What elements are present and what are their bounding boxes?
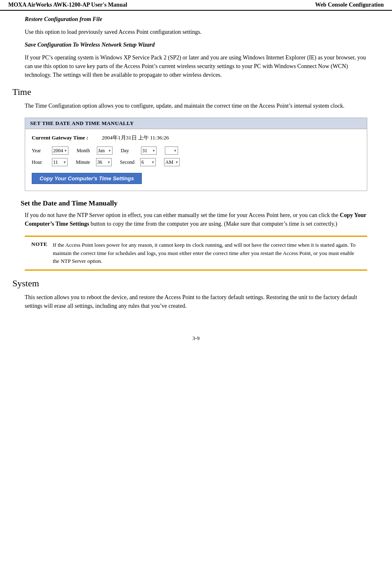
month-arrow-icon: ▼	[108, 149, 111, 153]
set-datetime-body-text-end: button to copy the time from the compute…	[89, 221, 337, 227]
second-field-group: Second 6 ▼	[120, 158, 156, 166]
main-content: Restore Configuration from File Use this…	[0, 11, 392, 319]
second-value: 6	[141, 159, 150, 165]
extra-select[interactable]: ▼	[165, 146, 178, 155]
page-header: MOXA AirWorks AWK-1200-AP User's Manual …	[0, 0, 392, 11]
datetime-panel: SET THE DATE AND TIME MANUALLY Current G…	[25, 118, 367, 191]
restore-title-text: Restore Configuration from File	[25, 16, 102, 22]
ampm-value: AM	[165, 159, 174, 165]
year-arrow-icon: ▼	[64, 149, 67, 153]
save-wizard-title-text: Save Configuration To Wireless Network S…	[25, 42, 155, 48]
header-right: Web Console Configuration	[315, 2, 384, 8]
extra-arrow-icon: ▼	[174, 149, 177, 153]
ampm-field-group: AM ▼	[164, 158, 180, 166]
month-label: Month	[77, 148, 95, 154]
note-box: NOTE If the Access Point loses power for…	[25, 236, 367, 271]
current-time-label: Current Gateway Time :	[32, 135, 98, 141]
hour-arrow-icon: ▼	[63, 161, 66, 164]
minute-arrow-icon: ▼	[107, 161, 110, 164]
month-value: Jan	[98, 148, 107, 154]
system-body: This section allows you to reboot the de…	[25, 293, 367, 310]
ampm-arrow-icon: ▼	[175, 161, 178, 164]
day-field-group: Day 31 ▼	[121, 146, 157, 155]
save-wizard-title: Save Configuration To Wireless Network S…	[25, 40, 367, 49]
minute-field-group: Minute 36 ▼	[76, 158, 112, 166]
copy-time-button[interactable]: Copy Your Computer's Time Settings	[32, 173, 142, 184]
datetime-panel-body: Current Gateway Time : 2004年1月31日 上午 11:…	[25, 129, 367, 191]
restore-title: Restore Configuration from File	[25, 15, 367, 24]
ampm-select[interactable]: AM ▼	[164, 158, 180, 166]
month-select[interactable]: Jan ▼	[97, 146, 113, 155]
hour-value: 11	[53, 159, 62, 165]
year-value: 2004	[53, 148, 63, 154]
page-number: 3-9	[192, 335, 200, 341]
second-arrow-icon: ▼	[151, 161, 155, 164]
minute-value: 36	[97, 159, 106, 165]
note-label: NOTE	[31, 241, 47, 248]
header-left: MOXA AirWorks AWK-1200-AP User's Manual	[8, 2, 127, 8]
note-text: If the Access Point loses power for any …	[53, 241, 361, 265]
day-label: Day	[121, 148, 139, 154]
fields-row-2: Hour 11 ▼ Minute 36 ▼ Second	[32, 158, 360, 166]
day-value: 31	[142, 148, 151, 154]
current-time-row: Current Gateway Time : 2004年1月31日 上午 11:…	[32, 134, 360, 142]
time-intro: The Time Configuration option allows you…	[25, 101, 367, 110]
fields-row-1: Year 2004 ▼ Month Jan ▼ Day	[32, 146, 360, 155]
year-field-group: Year 2004 ▼	[32, 146, 68, 155]
second-label: Second	[120, 159, 138, 165]
save-wizard-body: If your PC’s operating system is Windows…	[25, 53, 367, 79]
page-footer: 3-9	[0, 335, 392, 346]
set-datetime-body-text1: If you do not have the NTP Server option…	[25, 212, 340, 218]
year-label: Year	[32, 148, 50, 154]
hour-field-group: Hour 11 ▼	[32, 158, 68, 166]
day-select[interactable]: 31 ▼	[141, 146, 157, 155]
system-section-heading: System	[12, 278, 367, 289]
day-arrow-icon: ▼	[152, 149, 155, 153]
time-section-heading: Time	[12, 87, 367, 97]
month-field-group: Month Jan ▼	[77, 146, 113, 155]
minute-select[interactable]: 36 ▼	[96, 158, 112, 166]
current-time-value: 2004年1月31日 上午 11:36:26	[102, 134, 169, 142]
second-select[interactable]: 6 ▼	[140, 158, 156, 166]
minute-label: Minute	[76, 159, 94, 165]
set-datetime-heading: Set the Date and Time Manually	[21, 199, 367, 208]
set-datetime-body: If you do not have the NTP Server option…	[25, 211, 367, 228]
system-section: System This section allows you to reboot…	[25, 278, 367, 310]
extra-dropdown-group: ▼	[165, 146, 178, 155]
hour-label: Hour	[32, 159, 50, 165]
datetime-panel-header: SET THE DATE AND TIME MANUALLY	[25, 118, 367, 129]
hour-select[interactable]: 11 ▼	[52, 158, 68, 166]
restore-body: Use this option to load previously saved…	[25, 28, 367, 36]
year-select[interactable]: 2004 ▼	[52, 146, 68, 155]
